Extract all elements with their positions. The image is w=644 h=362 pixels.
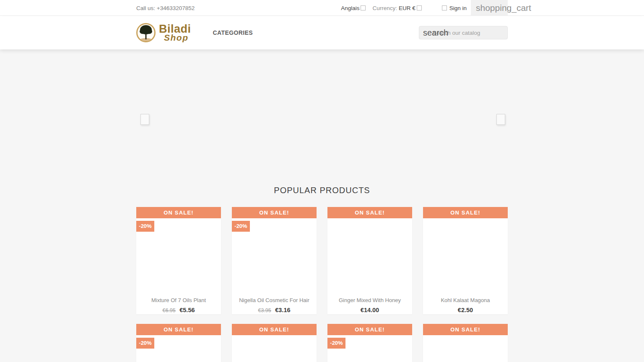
logo-text: Biladi Shop	[159, 23, 191, 42]
price: €14.00	[361, 307, 379, 313]
discount-badge: -20%	[232, 221, 250, 232]
sign-in-link[interactable]: Sign in	[442, 5, 467, 11]
on-sale-flag: ON SALE!	[327, 207, 412, 218]
regular-price: €6.95	[162, 308, 175, 313]
phone-number: Call us: +34633207852	[136, 5, 195, 11]
product-name[interactable]: Kohl Kalaat Magona	[423, 297, 508, 303]
discount-badge: -20%	[327, 338, 345, 349]
regular-price: €3.95	[258, 308, 271, 313]
product-card[interactable]: ON SALE! -20% Nigella Oil Cosmetic For H…	[232, 207, 317, 314]
tree-logo-icon	[136, 23, 156, 42]
product-card[interactable]: ON SALE! Kohl Kalaat Magona €2.50	[423, 207, 508, 314]
product-card[interactable]: ON SALE! -20%	[136, 324, 221, 362]
logo-line2: Shop	[159, 33, 191, 42]
currency-value: EUR €	[399, 5, 415, 11]
discount-badge: -20%	[136, 221, 154, 232]
product-name[interactable]: Nigella Oil Cosmetic For Hair	[232, 297, 317, 303]
price: €5.56	[179, 307, 195, 313]
discount-badge: -20%	[136, 338, 154, 349]
product-image	[423, 335, 508, 362]
product-prices: €14.00	[327, 306, 412, 314]
product-image: -20%	[136, 335, 221, 362]
cart-button[interactable]: shopping_cart	[471, 0, 508, 16]
carousel-next-button[interactable]	[496, 114, 505, 125]
product-image: -20%	[232, 218, 317, 294]
carousel-prev-button[interactable]	[140, 114, 149, 125]
product-prices: €3.95 €3.16	[232, 306, 317, 314]
product-image: -20%	[327, 335, 412, 362]
search-input[interactable]	[419, 26, 507, 39]
product-image	[423, 218, 508, 294]
product-card[interactable]: ON SALE! Ginger Mixed With Honey €14.00	[327, 207, 412, 314]
chevron-down-icon	[417, 5, 422, 10]
price: €3.16	[275, 307, 290, 313]
chevron-down-icon	[361, 5, 366, 10]
product-name[interactable]: Ginger Mixed With Honey	[327, 297, 412, 303]
products-grid: ON SALE! -20% Mixture Of 7 Oils Plant €6…	[136, 207, 508, 362]
product-card[interactable]: ON SALE! -20%	[327, 324, 412, 362]
on-sale-flag: ON SALE!	[136, 324, 221, 335]
person-icon	[442, 5, 447, 10]
currency-selector[interactable]: Currency: EUR €	[372, 5, 421, 11]
main-header: Biladi Shop CATEGORIES search	[0, 16, 644, 49]
product-prices: €6.95 €5.56	[136, 306, 221, 314]
sign-in-label: Sign in	[449, 5, 467, 11]
product-image	[232, 335, 317, 362]
product-name[interactable]: Mixture Of 7 Oils Plant	[136, 297, 221, 303]
store-logo[interactable]: Biladi Shop	[136, 23, 191, 42]
language-selector[interactable]: Anglais	[341, 5, 366, 11]
shopping-cart-icon: shopping_cart	[476, 3, 531, 13]
on-sale-flag: ON SALE!	[232, 207, 317, 218]
on-sale-flag: ON SALE!	[423, 324, 508, 335]
nav-categories[interactable]: CATEGORIES	[213, 29, 253, 36]
product-card[interactable]: ON SALE!	[423, 324, 508, 362]
currency-label: Currency:	[372, 5, 397, 11]
search-box: search	[419, 26, 508, 39]
on-sale-flag: ON SALE!	[423, 207, 508, 218]
product-card[interactable]: ON SALE! -20% Mixture Of 7 Oils Plant €6…	[136, 207, 221, 314]
price: €2.50	[458, 307, 473, 313]
on-sale-flag: ON SALE!	[327, 324, 412, 335]
product-image	[327, 218, 412, 294]
language-label: Anglais	[341, 5, 359, 11]
hero-carousel	[0, 49, 644, 180]
topbar: Call us: +34633207852 Anglais Currency: …	[0, 0, 644, 16]
product-image: -20%	[136, 218, 221, 294]
section-title: POPULAR PRODUCTS	[0, 186, 644, 195]
product-prices: €2.50	[423, 306, 508, 314]
on-sale-flag: ON SALE!	[232, 324, 317, 335]
on-sale-flag: ON SALE!	[136, 207, 221, 218]
product-card[interactable]: ON SALE!	[232, 324, 317, 362]
